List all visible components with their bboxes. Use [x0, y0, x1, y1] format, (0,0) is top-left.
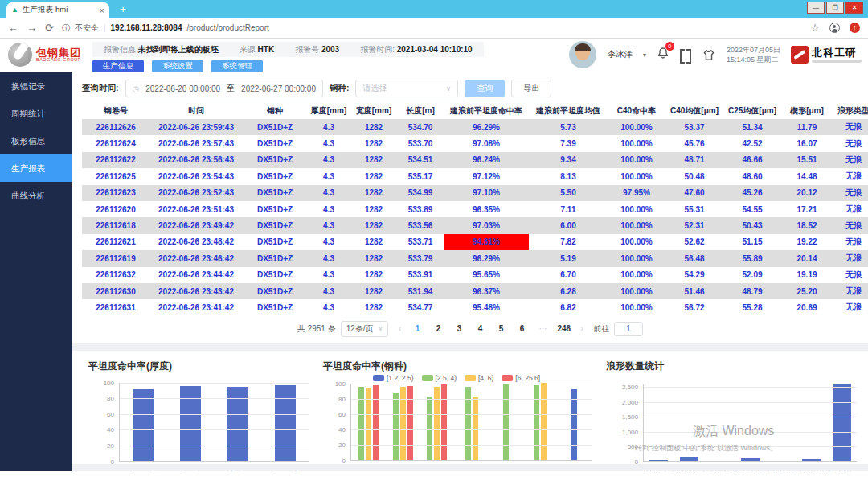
- sidebar-item[interactable]: 生产报表: [0, 154, 72, 182]
- legend-item[interactable]: [6, 25.6]: [502, 374, 540, 382]
- info-icon[interactable]: ⓘ: [62, 23, 70, 34]
- table-cell: 100.00%: [608, 267, 665, 283]
- window-close-button[interactable]: ✕: [845, 2, 863, 14]
- sidebar-item[interactable]: 换辊记录: [0, 72, 72, 100]
- theme-shirt-icon[interactable]: [702, 48, 716, 62]
- table-cell: 100.00%: [608, 250, 665, 266]
- browser-tab[interactable]: ▲ 生产报表-hmi ×: [6, 2, 109, 18]
- chart-flatness-by-steel: 平坦度命中率(钢种) [1.2, 2.5)[2.5, 4)[4, 6)[6, 2…: [315, 355, 598, 476]
- table-cell: 2022-06-26 23:44:42: [149, 267, 243, 283]
- table-cell: 1282: [350, 267, 397, 283]
- company-name: 北科工研: [812, 47, 862, 58]
- table-row: 2261126312022-06-26 23:41:42DX51D+Z4.312…: [82, 299, 868, 315]
- table-cell: 4.3: [307, 234, 350, 250]
- address-box[interactable]: ⓘ 不安全 | 192.168.11.28:8084/product/produ…: [62, 23, 269, 34]
- reload-icon[interactable]: ⟳: [45, 22, 54, 34]
- page-number[interactable]: 3: [452, 324, 465, 333]
- search-button[interactable]: 查询: [465, 80, 505, 97]
- sidebar-item[interactable]: 曲线分析: [0, 182, 72, 209]
- table-cell: 95.65%: [444, 267, 529, 283]
- y-axis-tick-label: 100: [87, 380, 114, 387]
- table-cell: 96.24%: [444, 152, 529, 168]
- table-cell: 19.22: [781, 234, 833, 250]
- page-number[interactable]: 2: [432, 324, 444, 333]
- browser-urlbar: ← → ⟳ ⓘ 不安全 | 192.168.11.28:8084/product…: [0, 18, 868, 39]
- top-nav-button[interactable]: 系统管理: [211, 60, 263, 73]
- bar: [541, 383, 547, 460]
- new-tab-button[interactable]: +: [117, 3, 129, 15]
- sidebar-item[interactable]: 板形信息: [0, 127, 72, 154]
- back-icon[interactable]: ←: [8, 22, 18, 34]
- table-cell: DX51D+Z: [243, 201, 307, 217]
- top-nav-button[interactable]: 系统设置: [152, 60, 203, 73]
- fullscreen-icon[interactable]: [680, 49, 691, 60]
- user-name[interactable]: 李冰洋: [607, 49, 633, 60]
- date-to[interactable]: 2022-06-27 00:00:00: [241, 84, 316, 93]
- y-axis-tick-label: 100: [318, 380, 346, 388]
- sidebar-item[interactable]: 周期统计: [0, 100, 72, 127]
- column-header: C40均值[μm]: [665, 102, 723, 119]
- table-cell: 1282: [350, 119, 397, 135]
- page-number[interactable]: 5: [494, 324, 507, 333]
- table-cell: 531.94: [397, 283, 444, 299]
- table-cell: 96.29%: [444, 119, 529, 135]
- column-header: 宽度[mm]: [350, 102, 397, 119]
- bookmark-star-icon[interactable]: ☆: [810, 22, 820, 34]
- page-number[interactable]: 6: [515, 324, 528, 333]
- table-cell: DX51D+Z: [243, 185, 307, 201]
- page-number[interactable]: 246: [557, 324, 571, 333]
- table-cell: 50.43: [723, 217, 781, 233]
- table-cell: 无浪: [833, 283, 868, 299]
- chart-flatness-by-thickness: 平坦度命中率(厚度) 020406080100[1.2, 2.5)[2.5, 4…: [80, 355, 315, 476]
- profile-icon[interactable]: [829, 23, 840, 33]
- legend-item[interactable]: [4, 6): [465, 374, 493, 382]
- table-cell: 无浪: [833, 135, 868, 151]
- bar: [400, 387, 406, 460]
- table-cell: 14.48: [781, 168, 833, 184]
- chevron-down-icon[interactable]: ▾: [643, 51, 646, 59]
- table-cell: 226112632: [82, 267, 149, 283]
- table-cell: 533.56: [397, 217, 444, 233]
- table-cell: 96.29%: [444, 250, 529, 266]
- legend-swatch-icon: [422, 375, 433, 381]
- table-cell: 52.62: [665, 234, 723, 250]
- window-restore-button[interactable]: ❐: [826, 2, 844, 14]
- next-page-icon[interactable]: ›: [575, 324, 588, 333]
- legend-item[interactable]: [1.2, 2.5): [373, 374, 414, 382]
- table-cell: 无浪: [833, 299, 868, 315]
- date-from[interactable]: 2022-06-20 00:00:00: [145, 84, 220, 93]
- page-number[interactable]: 4: [473, 324, 486, 333]
- bar: [802, 459, 821, 460]
- legend-swatch-icon: [465, 375, 476, 381]
- table-row: 2261126322022-06-26 23:44:42DX51D+Z4.312…: [82, 267, 868, 283]
- date-range-picker[interactable]: ◷ 2022-06-20 00:00:00 至 2022-06-27 00:00…: [125, 80, 323, 97]
- window-minimize-button[interactable]: —: [807, 2, 825, 14]
- legend-item[interactable]: [2.5, 4): [422, 374, 457, 382]
- page-number[interactable]: 1: [411, 324, 424, 333]
- bar: [741, 458, 760, 461]
- query-row: 查询时间: ◷ 2022-06-20 00:00:00 至 2022-06-27…: [72, 72, 868, 98]
- steel-type-select[interactable]: 请选择 ∨: [355, 80, 458, 97]
- page-size-select[interactable]: 12条/页 ∨: [341, 321, 389, 337]
- prev-page-icon[interactable]: ‹: [393, 324, 406, 333]
- chart-plot-area: [643, 384, 857, 462]
- table-cell: 533.91: [397, 267, 444, 283]
- notification-bell[interactable]: 0: [657, 47, 669, 63]
- table-cell: 96.35%: [444, 201, 529, 217]
- top-nav-button[interactable]: 生产信息: [92, 60, 144, 73]
- export-button[interactable]: 导出: [511, 80, 551, 97]
- forward-icon[interactable]: →: [27, 22, 37, 34]
- user-avatar[interactable]: [569, 41, 596, 68]
- alarm-source-label: 来源: [240, 45, 256, 54]
- table-row: 2261126222022-06-26 23:56:43DX51D+Z4.312…: [82, 152, 868, 168]
- browser-update-icon[interactable]: ↑: [850, 23, 860, 33]
- table-cell: 100.00%: [608, 135, 665, 151]
- legend-label: [1.2, 2.5): [387, 374, 414, 382]
- goto-page-input[interactable]: [614, 322, 643, 336]
- legend-label: [4, 6): [478, 374, 493, 382]
- table-cell: 2022-06-26 23:48:42: [149, 234, 243, 250]
- tab-close-icon[interactable]: ×: [100, 6, 104, 15]
- alarm-bar: 报警信息 未找到即将上线的板坯 来源 HTK 报警号 2003 报警时间: 20…: [92, 42, 484, 57]
- table-cell: 6.00: [529, 217, 608, 233]
- y-axis-tick-label: 1,000: [611, 429, 638, 436]
